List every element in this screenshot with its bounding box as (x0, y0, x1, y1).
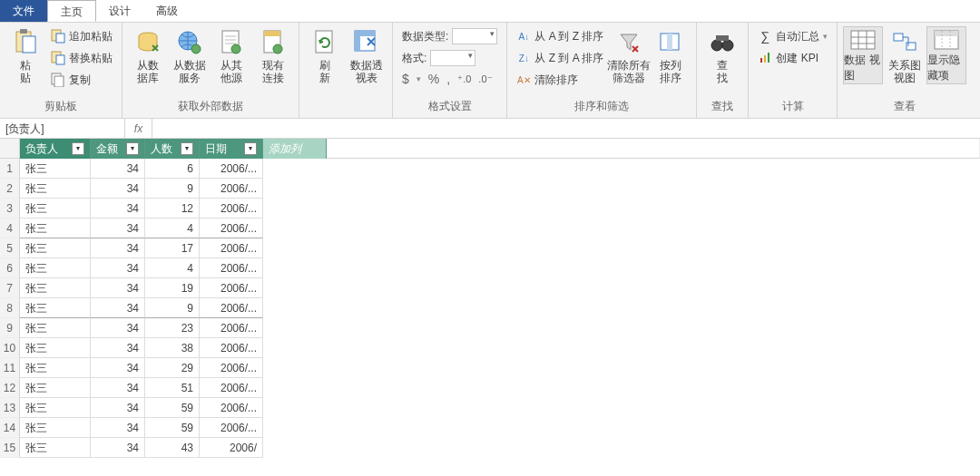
diagram-view-button[interactable]: 关系图 视图 (885, 26, 925, 84)
show-hidden-button[interactable]: 显示隐 藏项 (926, 26, 966, 84)
cell[interactable]: 2006/... (200, 179, 263, 199)
cell[interactable]: 34 (91, 258, 145, 278)
col-header-date[interactable]: 日期▾ (200, 139, 263, 159)
tab-file[interactable]: 文件 (0, 0, 47, 22)
from-service-button[interactable]: 从数据 服务 (170, 26, 210, 84)
cell[interactable]: 34 (91, 159, 145, 179)
cell[interactable]: 2006/... (200, 358, 263, 378)
clear-filter-button[interactable]: 清除所有 筛选器 (609, 26, 649, 84)
cell[interactable]: 34 (91, 199, 145, 219)
filter-dropdown-icon[interactable]: ▾ (126, 142, 139, 155)
cell[interactable]: 张三 (20, 438, 91, 458)
cell[interactable]: 29 (145, 358, 200, 378)
row-header[interactable]: 6 (0, 258, 20, 278)
col-header-amount[interactable]: 金额▾ (91, 139, 145, 159)
cell[interactable]: 张三 (20, 219, 91, 238)
copy-button[interactable]: 复制 (47, 70, 116, 90)
cell[interactable]: 9 (145, 298, 200, 318)
cell[interactable]: 2006/... (200, 318, 263, 338)
cell[interactable]: 2006/... (200, 298, 263, 318)
row-header[interactable]: 10 (0, 338, 20, 358)
row-header[interactable]: 4 (0, 219, 20, 238)
clear-sort-button[interactable]: A✕清除排序 (513, 70, 607, 90)
cell[interactable]: 张三 (20, 179, 91, 199)
cell[interactable]: 张三 (20, 199, 91, 219)
cell[interactable]: 34 (91, 398, 145, 418)
cell[interactable]: 2006/... (200, 378, 263, 398)
cell[interactable]: 张三 (20, 159, 91, 179)
row-header[interactable]: 1 (0, 159, 20, 179)
cell[interactable]: 张三 (20, 278, 91, 298)
col-header-count[interactable]: 人数▾ (145, 139, 200, 159)
dec-decimal-button[interactable]: .0⁻ (478, 73, 492, 85)
filter-dropdown-icon[interactable]: ▾ (181, 142, 193, 155)
fx-icon[interactable]: fx (125, 119, 152, 139)
row-header[interactable]: 12 (0, 378, 20, 398)
col-header-owner[interactable]: 负责人▾ (20, 139, 91, 159)
paste-button[interactable]: 粘 贴 (5, 26, 45, 84)
cell[interactable]: 张三 (20, 418, 91, 438)
col-header-add[interactable]: 添加列 (263, 139, 327, 159)
format-dropdown[interactable] (430, 50, 475, 66)
cell[interactable]: 2006/... (200, 199, 263, 219)
cell[interactable]: 17 (145, 238, 200, 258)
tab-advanced[interactable]: 高级 (143, 0, 191, 22)
sort-za-button[interactable]: Z↓从 Z 到 A 排序 (513, 48, 607, 68)
cell[interactable]: 张三 (20, 378, 91, 398)
cell[interactable]: 34 (91, 219, 145, 238)
cell[interactable]: 2006/... (200, 219, 263, 238)
cell[interactable]: 张三 (20, 338, 91, 358)
create-kpi-button[interactable]: 创建 KPI (754, 48, 831, 68)
sort-az-button[interactable]: A↓从 A 到 Z 排序 (513, 26, 607, 46)
cell[interactable]: 12 (145, 199, 200, 219)
cell[interactable]: 59 (145, 398, 200, 418)
cell[interactable]: 张三 (20, 258, 91, 278)
datatype-dropdown[interactable] (452, 28, 497, 44)
cell[interactable]: 34 (91, 378, 145, 398)
from-other-button[interactable]: 从其 他源 (211, 26, 251, 84)
cell[interactable]: 6 (145, 159, 200, 179)
cell[interactable]: 张三 (20, 238, 91, 258)
inc-decimal-button[interactable]: ⁺.0 (457, 73, 471, 85)
cell[interactable]: 23 (145, 318, 200, 338)
cell[interactable]: 4 (145, 219, 200, 238)
cell[interactable]: 张三 (20, 358, 91, 378)
cell[interactable]: 2006/... (200, 338, 263, 358)
tab-design[interactable]: 设计 (96, 0, 143, 22)
cell[interactable]: 51 (145, 378, 200, 398)
cell[interactable]: 34 (91, 358, 145, 378)
cell[interactable]: 34 (91, 278, 145, 298)
cell[interactable]: 2006/... (200, 258, 263, 278)
cell[interactable]: 2006/... (200, 278, 263, 298)
cell[interactable]: 34 (91, 418, 145, 438)
row-header[interactable]: 3 (0, 199, 20, 219)
refresh-button[interactable]: 刷 新 (305, 26, 345, 84)
tab-home[interactable]: 主页 (47, 0, 96, 22)
currency-button[interactable]: $ (402, 72, 409, 86)
pivot-button[interactable]: 数据透 视表 (347, 26, 387, 84)
select-all-corner[interactable] (0, 139, 20, 159)
comma-button[interactable]: , (446, 72, 450, 86)
row-header[interactable]: 2 (0, 179, 20, 199)
cell[interactable]: 34 (91, 298, 145, 318)
row-header[interactable]: 8 (0, 298, 20, 318)
autosum-button[interactable]: ∑自动汇总▾ (754, 26, 831, 46)
name-box[interactable]: [负责人] (0, 119, 125, 139)
existing-conn-button[interactable]: 现有 连接 (253, 26, 293, 84)
cell[interactable]: 38 (145, 338, 200, 358)
cell[interactable]: 34 (91, 338, 145, 358)
cell[interactable]: 张三 (20, 318, 91, 338)
row-header[interactable]: 13 (0, 398, 20, 418)
data-view-button[interactable]: 数据 视图 (843, 26, 883, 84)
cell[interactable]: 2006/... (200, 159, 263, 179)
find-button[interactable]: 查 找 (702, 26, 742, 84)
row-header[interactable]: 7 (0, 278, 20, 298)
cell[interactable]: 34 (91, 179, 145, 199)
row-header[interactable]: 9 (0, 318, 20, 338)
cell[interactable]: 34 (91, 438, 145, 458)
filter-dropdown-icon[interactable]: ▾ (244, 142, 257, 155)
cell[interactable]: 34 (91, 318, 145, 338)
row-header[interactable]: 15 (0, 438, 20, 458)
append-paste-button[interactable]: 追加粘贴 (47, 26, 116, 46)
cell[interactable]: 2006/... (200, 238, 263, 258)
